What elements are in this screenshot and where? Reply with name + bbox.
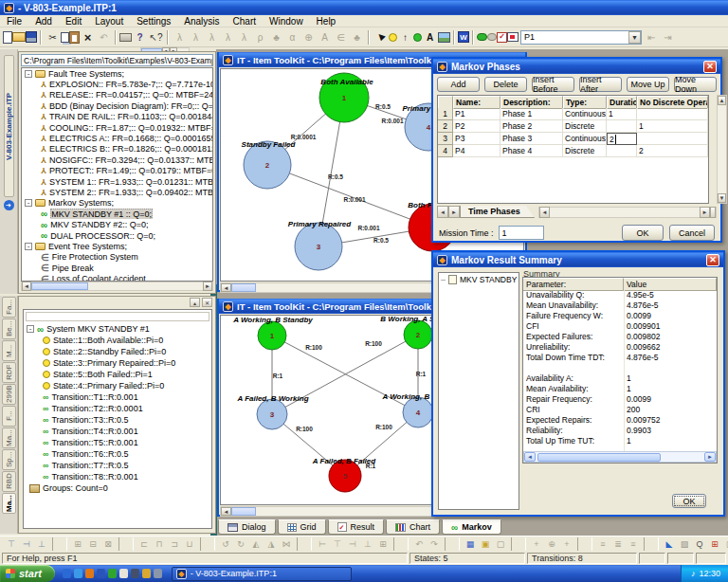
analysis-a-icon[interactable]: A — [317, 29, 333, 45]
tree-item[interactable]: - ∞ System MKV STANDBY #1 — [24, 323, 211, 335]
phase-duration-cell[interactable] — [607, 145, 637, 157]
word-icon[interactable]: W — [458, 31, 469, 43]
menu-item[interactable]: Chart — [227, 16, 263, 27]
phase-combobox[interactable]: P1 ▼ — [520, 30, 642, 45]
tree-item[interactable]: ∞ Transition::T2::R:0.0001 — [24, 403, 211, 414]
tree-item[interactable]: ∞ Transition::T4::R:0.001 — [24, 426, 211, 437]
document-tab[interactable]: Dialog — [218, 519, 276, 535]
toolbar-icon[interactable] — [453, 30, 455, 45]
menu-item[interactable]: File — [0, 16, 28, 27]
row-header[interactable]: 1 — [438, 108, 453, 120]
nudge-down-icon[interactable]: ⊔ — [182, 537, 197, 551]
nudge-left-icon[interactable]: ⊏ — [136, 537, 152, 551]
help-icon[interactable]: ? — [132, 29, 148, 45]
phase-type-cell[interactable]: Discrete — [563, 145, 607, 157]
menu-item[interactable]: Help — [310, 16, 343, 27]
tree-item[interactable]: Y ELECTRICS A:: FR=0.1668;:: Q=0.0001655 — [22, 133, 212, 143]
open-icon[interactable] — [12, 32, 26, 42]
result-row[interactable]: Mean Unavailability: 4.876e-5 — [523, 300, 717, 311]
grid-vscrollbar[interactable]: ▲ ▼ — [717, 95, 727, 204]
phase-ndo-cell[interactable] — [637, 133, 708, 145]
red-check-icon[interactable]: ✓ — [497, 32, 507, 43]
tree-item[interactable]: ∞ Transition::T8::R:0.001 — [24, 471, 211, 482]
nudge-up-icon[interactable]: ⊓ — [152, 537, 167, 551]
module-vertical-tab[interactable]: Sp... — [2, 449, 16, 470]
toolbar-icon[interactable] — [445, 537, 460, 551]
chevron-down-icon[interactable]: ▼ — [628, 31, 641, 44]
tree-item[interactable]: ∞ Transition::T1::R:0.001 — [24, 391, 211, 403]
ql-app3-icon[interactable] — [131, 569, 139, 578]
tree-item[interactable]: ∞ Transition::T7::R:0.5 — [24, 460, 211, 471]
anchor2-icon[interactable]: ⊕ — [544, 537, 559, 551]
phase-name-cell[interactable]: P3 — [453, 133, 500, 145]
size-both-icon[interactable]: ⊣ — [345, 537, 360, 551]
result-row[interactable]: Mean Availability: 1 — [523, 384, 717, 394]
dialog-titlebar[interactable]: ◆ Markov Result Summary ✕ — [433, 252, 723, 267]
module-vertical-tab[interactable]: Ma... — [2, 427, 16, 448]
phase-name-cell[interactable]: P4 — [453, 145, 500, 157]
layer-mid-icon[interactable]: ⊟ — [85, 537, 100, 551]
project-vertical-tab[interactable]: V-803-Example.ITP — [4, 55, 14, 197]
tab-right-icon[interactable]: ► — [448, 206, 460, 218]
document-tab[interactable]: Grid — [278, 519, 326, 535]
flip-h-icon[interactable]: ◭ — [248, 537, 264, 551]
note-icon[interactable]: ▣ — [478, 537, 493, 551]
column-header[interactable]: Value — [624, 278, 717, 291]
tree-item[interactable]: Y SYSTEM 2:: FR=1.933;:: Q=0.09402:: MTB… — [22, 187, 212, 197]
tree-item[interactable]: ∞ MKV STANDBY #2:: Q=0; — [22, 219, 212, 229]
tree-item[interactable]: State::2::Standby Failed::Pi=0 — [24, 346, 211, 357]
analysis-lambda1-icon[interactable]: λ — [172, 29, 188, 45]
start-button[interactable]: start — [0, 565, 55, 582]
image-icon[interactable] — [438, 32, 450, 43]
size-fit-icon[interactable]: ⊥ — [360, 537, 375, 551]
save-icon[interactable] — [26, 31, 37, 43]
tree-item[interactable]: State::1::Both Available::Pi=0 — [24, 335, 211, 346]
tree-item[interactable]: Y TRAIN DE RAIL:: FR=0.1103;:: Q=0.00184… — [22, 112, 212, 122]
menu-item[interactable]: Settings — [130, 16, 177, 27]
align-top-icon[interactable]: ⊤ — [4, 537, 19, 551]
window-red-icon[interactable] — [507, 32, 519, 42]
phase-duration-cell[interactable] — [607, 120, 637, 133]
result-row[interactable]: Total Down Time TDT: 4.876e-5 — [523, 353, 717, 363]
result-row[interactable]: Reliability: 0.9903 — [523, 426, 717, 436]
tree-item[interactable]: Y BDD (Binay Decision Diagram): FR=0;:: … — [22, 100, 212, 111]
module-vertical-tab[interactable]: RBD — [2, 471, 16, 492]
row-header[interactable]: 2 — [438, 120, 453, 133]
tree-item[interactable]: ∈ Pipe Break — [22, 263, 212, 273]
phases-grid[interactable]: Name: Description: Type: Duration: No Di… — [437, 95, 709, 204]
toolbar-icon[interactable] — [167, 30, 169, 45]
column-header[interactable]: No Discrete Operation — [637, 96, 708, 109]
flip-v-icon[interactable]: ◮ — [264, 537, 279, 551]
result-hscrollbar[interactable]: ◄ ► — [523, 451, 717, 463]
result-row[interactable]: Unavailability Q: 4.95e-5 — [523, 290, 717, 300]
phase-ndo-cell[interactable]: 2 — [637, 145, 708, 157]
toolbar-icon[interactable] — [472, 30, 474, 45]
undo-icon[interactable]: ↶ — [96, 29, 112, 45]
phase-name-cell[interactable]: P1 — [453, 108, 500, 120]
tab-time-phases[interactable]: Time Phases — [460, 206, 535, 218]
ql-browser-icon[interactable] — [85, 569, 94, 578]
tab-left-icon[interactable]: ◄ — [437, 206, 448, 218]
tree-item[interactable]: State::4::Primary Failed::Pi=0 — [24, 380, 211, 391]
sheet-hscrollbar[interactable]: ◄► — [538, 207, 717, 218]
ql-app1-icon[interactable] — [97, 569, 105, 578]
toolbar-icon[interactable] — [200, 537, 215, 551]
analysis-member-icon[interactable]: ∈ — [333, 29, 349, 45]
size-height-icon[interactable]: ⊤ — [330, 537, 345, 551]
align-middle-icon[interactable]: ⊣ — [19, 537, 34, 551]
toolbar-icon[interactable] — [40, 30, 42, 45]
zoom-corner-icon[interactable]: ◣ — [662, 537, 677, 551]
analysis-lambda2-icon[interactable]: λ — [188, 29, 204, 45]
tree-item[interactable]: - Markov Systems; — [22, 198, 212, 209]
menu-item[interactable]: Analysis — [177, 16, 226, 27]
tree-item[interactable]: ∈ Fire Protection System — [22, 252, 212, 263]
result-row[interactable]: Total Up Time TUT: 1 — [523, 436, 717, 446]
text-a-icon[interactable]: A — [422, 29, 438, 45]
ok-button[interactable]: OK — [622, 225, 664, 241]
size-grid-icon[interactable]: ⊞ — [375, 537, 391, 551]
anchor3-icon[interactable]: + — [559, 537, 574, 551]
result-row[interactable]: Availability A: 1 — [523, 373, 717, 384]
cut-icon[interactable]: ✂ — [45, 29, 61, 45]
context-help-icon[interactable]: ↖? — [148, 29, 164, 45]
taskbar-window-button[interactable]: ◆ - V-803-Example.ITP:1 — [172, 567, 352, 581]
